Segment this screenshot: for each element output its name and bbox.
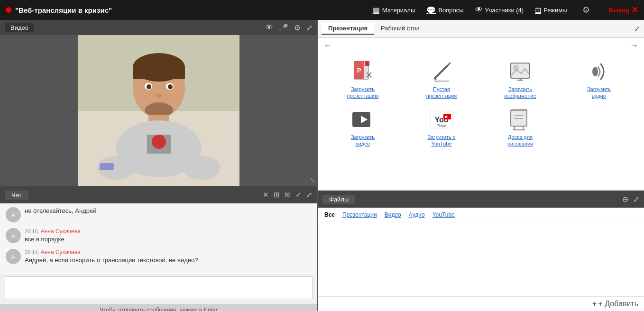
settings-icon[interactable]: ⚙ (582, 5, 590, 15)
filter-video[interactable]: Видео (385, 211, 401, 218)
upload-video-label: Загрузитьвидео (351, 134, 375, 147)
questions-icon: 💬 (426, 6, 436, 15)
tab-presentation[interactable]: Презентация (322, 23, 374, 35)
filter-presentations[interactable]: Презентации (342, 211, 377, 218)
files-header: Файлы ⊖ ⤢ (318, 191, 644, 208)
message-time: 20:14, (25, 249, 39, 255)
svg-line-38 (435, 66, 447, 78)
add-label: + Добавить (598, 300, 639, 308)
video-feed: ⤡ (0, 35, 317, 186)
drawing-board-item[interactable]: Доска длярисования (485, 107, 556, 147)
upload-video-item[interactable]: Загрузитьвидео (327, 107, 398, 147)
filter-youtube[interactable]: YouTube (432, 211, 455, 218)
message-meta: 20:14, Анна Сухачева (25, 249, 312, 256)
presentation-fullscreen-icon[interactable]: ⤢ (634, 24, 640, 33)
pen-icon (429, 59, 454, 84)
expand-files-icon[interactable]: ⤢ (633, 195, 639, 204)
nav-materials[interactable]: ▦ Материалы (373, 6, 415, 15)
add-file-bar[interactable]: + + Добавить (318, 296, 644, 311)
svg-rect-31 (100, 163, 114, 170)
files-label: Файлы (322, 195, 355, 204)
tabs-group: Презентация Рабочий стол (322, 23, 426, 35)
message-meta: 20:10, Анна Сухачева (25, 228, 312, 235)
next-arrow-icon[interactable]: → (630, 41, 638, 51)
nav-questions[interactable]: 💬 Вопросы (426, 6, 463, 15)
modes-icon: ⊡ (535, 6, 541, 15)
video-icon (350, 107, 375, 132)
clear-icon[interactable]: ✕ (263, 191, 269, 199)
audio-icon (587, 59, 611, 84)
right-panel: Презентация Рабочий стол ⤢ ← → P (318, 20, 644, 311)
chat-section: Чат ✕ ⊞ ✉ ✓ ⤢ А не отвлекайтесь, Андрей (0, 186, 317, 311)
tab-desktop[interactable]: Рабочий стол (374, 23, 426, 35)
chat-toolbar: ✕ ⊞ ✉ ✓ ⤢ (263, 191, 313, 199)
questions-label: Вопросы (438, 7, 463, 14)
expand-chat-icon[interactable]: ⤢ (306, 191, 313, 199)
message-text: Андрей, а если говорить о трансляции тек… (25, 256, 312, 264)
message-text: все в порядке (25, 236, 312, 243)
filter-audio[interactable]: Аудио (409, 211, 425, 218)
svg-point-43 (514, 65, 518, 70)
upload-youtube-label: Загрузить сYouTube (428, 134, 456, 147)
page-title: "Веб-трансляции в кризис" (15, 6, 373, 14)
prev-arrow-icon[interactable]: ← (323, 41, 332, 51)
chat-input[interactable] (5, 276, 313, 299)
files-section: Файлы ⊖ ⤢ Все Презентации Видео Аудио Yo… (318, 191, 644, 311)
participants-label: Участники (4) (485, 7, 524, 14)
video-header: Видео 👁 🎤 ⚙ ⤢ (0, 20, 317, 35)
message-text: не отвлекайтесь, Андрей (25, 207, 312, 214)
materials-icon: ▦ (373, 6, 380, 15)
chat-label: Чат (5, 191, 28, 200)
empty-presentation-item[interactable]: Пустаяпрезентация (406, 59, 477, 100)
svg-rect-17 (133, 67, 185, 79)
nav-modes[interactable]: ⊡ Режимы (535, 6, 567, 15)
avatar: А (6, 228, 21, 243)
chat-message: А не отвлекайтесь, Андрей (6, 207, 312, 222)
svg-point-22 (156, 94, 162, 98)
message-content: 20:14, Анна Сухачева Андрей, а если гово… (25, 249, 312, 264)
svg-point-46 (592, 67, 598, 76)
nav-participants[interactable]: 👁 Участники (4) (475, 6, 524, 14)
gear-icon[interactable]: ⚙ (294, 23, 301, 32)
chat-send-hint: Чтобы отправить сообщение, нажмите Enter (0, 304, 317, 311)
upload-image-item[interactable]: Загрузитьизображение (485, 59, 556, 100)
close-icon: ✕ (631, 5, 638, 15)
eye-icon[interactable]: 👁 (266, 23, 273, 32)
nav-items: ▦ Материалы 💬 Вопросы 👁 Участники (4) ⊡ … (373, 5, 638, 15)
avatar: А (6, 207, 21, 222)
add-icon: + (592, 300, 597, 308)
presentation-section: Презентация Рабочий стол ⤢ ← → P (318, 20, 644, 191)
fullscreen-icon[interactable]: ⤢ (306, 23, 313, 32)
files-content (318, 222, 644, 296)
presentation-grid: P Загрузитьпрезентацию Пуста (318, 54, 644, 153)
empty-presentation-label: Пустаяпрезентация (426, 86, 457, 100)
presentation-nav: ← → (318, 38, 644, 54)
upload-presentation-item[interactable]: P Загрузитьпрезентацию (327, 59, 398, 100)
svg-text:P: P (357, 67, 361, 74)
upload-audio-item[interactable]: Загрузитьаудио (563, 59, 635, 100)
exit-button[interactable]: Выход ✕ (609, 5, 638, 15)
filter-all[interactable]: Все (324, 211, 335, 218)
check-icon[interactable]: ✓ (295, 191, 302, 199)
exit-label: Выход (609, 7, 629, 14)
email-icon[interactable]: ✉ (285, 191, 291, 199)
table-icon[interactable]: ⊞ (274, 191, 280, 199)
webcam-simulation (78, 35, 239, 186)
svg-text:Tube: Tube (437, 123, 446, 128)
svg-line-39 (447, 63, 450, 66)
mic-icon[interactable]: 🎤 (279, 23, 288, 32)
chat-input-area (0, 274, 317, 304)
video-controls: 👁 🎤 ⚙ ⤢ (266, 23, 313, 32)
upload-image-label: Загрузитьизображение (504, 86, 536, 100)
svg-rect-54 (511, 110, 527, 126)
svg-point-30 (183, 156, 221, 180)
chat-messages: А не отвлекайтесь, Андрей А 20:10, Анна … (0, 203, 317, 274)
resize-handle[interactable]: ⤡ (310, 176, 315, 184)
board-icon (508, 107, 533, 132)
minus-icon[interactable]: ⊖ (622, 195, 628, 204)
avatar: А (6, 249, 21, 264)
message-author: Анна Сухачева (41, 249, 81, 256)
svg-point-28 (152, 135, 166, 149)
upload-youtube-item[interactable]: You Tube Загрузить сYouTube (406, 107, 477, 147)
upload-presentation-label: Загрузитьпрезентацию (347, 86, 379, 100)
